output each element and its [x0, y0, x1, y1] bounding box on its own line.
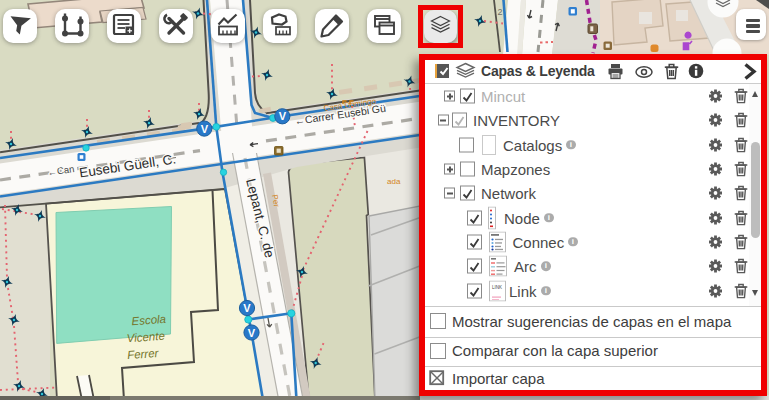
svg-text:V: V: [243, 302, 251, 314]
svg-text:V: V: [201, 123, 209, 135]
svg-text:Ferrer: Ferrer: [127, 347, 160, 361]
svg-text:LINK: LINK: [492, 284, 502, 289]
svg-text:Escola: Escola: [131, 313, 166, 327]
svg-text:ada: ada: [387, 177, 401, 186]
svg-text:V: V: [279, 110, 287, 122]
svg-text:2: 2: [498, 7, 503, 17]
svg-text:V: V: [248, 327, 256, 339]
